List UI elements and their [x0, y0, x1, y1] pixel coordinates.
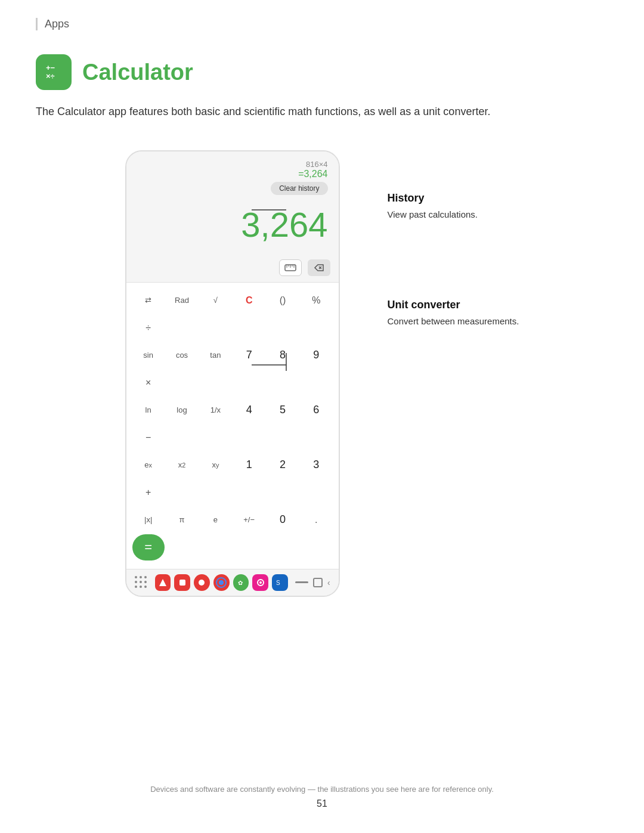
key-exp[interactable]: ex — [132, 452, 165, 478]
key-6[interactable]: 6 — [300, 397, 332, 423]
key-parens[interactable]: () — [267, 287, 299, 314]
unit-converter-annotation: Unit converter Convert between measureme… — [388, 299, 519, 328]
key-3[interactable]: 3 — [300, 452, 332, 478]
page-footer: Devices and software are constantly evol… — [0, 785, 644, 809]
history-expression: 816×4 — [137, 160, 328, 169]
key-abs[interactable]: |x| — [132, 507, 165, 533]
calc-display: 3,264 — [126, 200, 339, 256]
unit-converter-annotation-title: Unit converter — [388, 299, 519, 311]
svg-point-12 — [199, 580, 205, 586]
key-4[interactable]: 4 — [233, 397, 265, 423]
key-euler[interactable]: e — [199, 507, 231, 533]
key-0[interactable]: 0 — [267, 507, 299, 533]
nav-app-5[interactable]: ✿ — [233, 574, 249, 591]
key-log[interactable]: log — [166, 397, 198, 423]
delete-button[interactable] — [308, 259, 330, 276]
calculator-app-icon-svg: +− ×÷ — [44, 62, 64, 82]
svg-point-14 — [219, 580, 224, 585]
nav-app-3[interactable] — [194, 574, 210, 591]
key-ln[interactable]: ln — [132, 397, 165, 423]
key-equals[interactable]: = — [132, 534, 165, 561]
key-cos[interactable]: cos — [166, 342, 198, 368]
key-row-4: ex x2 xy 1 2 3 + — [132, 452, 333, 506]
right-annotations: History View past calculations. Unit con… — [340, 150, 519, 329]
nav-back[interactable]: ‹ — [327, 578, 330, 587]
svg-marker-10 — [159, 579, 166, 586]
key-rad[interactable]: Rad — [166, 287, 198, 314]
key-row-3: ln log 1/x 4 5 6 − — [132, 397, 333, 451]
app-title-section: +− ×÷ Calculator — [36, 54, 608, 90]
key-divide[interactable]: ÷ — [132, 315, 165, 341]
diagram-area: 816×4 =3,264 Clear history 3,264 — [36, 150, 608, 597]
key-toggle[interactable]: ⇄ — [132, 287, 165, 314]
unit-converter-bar — [126, 256, 339, 283]
history-annotation: History View past calculations. — [388, 192, 519, 221]
svg-text:✿: ✿ — [238, 580, 243, 586]
nav-app-6[interactable] — [252, 574, 268, 591]
phone-nav-bar: ✿ S ‹ — [126, 569, 339, 596]
unit-converter-annotation-desc: Convert between measurements. — [388, 314, 519, 328]
nav-app-2[interactable] — [174, 574, 190, 591]
nav-controls: ‹ — [295, 578, 330, 587]
key-reciprocal[interactable]: 1/x — [199, 397, 231, 423]
history-annotation-desc: View past calculations. — [388, 208, 519, 221]
key-sqrt[interactable]: √ — [199, 287, 231, 314]
svg-point-17 — [259, 581, 262, 584]
key-row-1: ⇄ Rad √ C () % ÷ — [132, 287, 333, 341]
key-row-2: sin cos tan 7 8 9 × — [132, 342, 333, 396]
key-2[interactable]: 2 — [267, 452, 299, 478]
key-7[interactable]: 7 — [233, 342, 265, 368]
nav-app-samsung[interactable]: S — [272, 574, 288, 591]
key-power[interactable]: xy — [199, 452, 231, 478]
history-annotation-title: History — [388, 192, 519, 205]
footer-note: Devices and software are constantly evol… — [0, 785, 644, 794]
key-subtract[interactable]: − — [132, 425, 165, 451]
app-title: Calculator — [82, 60, 193, 85]
key-negate[interactable]: +/− — [233, 507, 265, 533]
svg-rect-11 — [179, 580, 185, 586]
phone-mockup: 816×4 =3,264 Clear history 3,264 — [125, 150, 340, 597]
svg-text:+−: +− — [46, 63, 55, 72]
nav-home[interactable] — [313, 578, 323, 587]
svg-text:×÷: ×÷ — [46, 72, 55, 80]
clear-history-button[interactable]: Clear history — [271, 182, 327, 195]
calc-keypad: ⇄ Rad √ C () % ÷ sin cos tan 7 8 9 × — [126, 283, 339, 569]
key-pi[interactable]: π — [166, 507, 198, 533]
nav-recents[interactable] — [295, 581, 308, 583]
key-tan[interactable]: tan — [199, 342, 231, 368]
history-result: =3,264 — [137, 169, 328, 179]
breadcrumb-text: Apps — [45, 18, 69, 30]
display-value: 3,264 — [137, 206, 328, 244]
key-5[interactable]: 5 — [267, 397, 299, 423]
app-icon: +− ×÷ — [36, 54, 72, 90]
key-add[interactable]: + — [132, 479, 165, 506]
svg-text:S: S — [276, 580, 280, 586]
key-row-5: |x| π e +/− 0 . = — [132, 507, 333, 561]
key-clear[interactable]: C — [233, 287, 265, 314]
key-decimal[interactable]: . — [300, 507, 332, 533]
nav-app-1[interactable] — [155, 574, 171, 591]
key-sin[interactable]: sin — [132, 342, 165, 368]
key-square[interactable]: x2 — [166, 452, 198, 478]
calc-history-area: 816×4 =3,264 Clear history — [126, 151, 339, 200]
app-description: The Calculator app features both basic a… — [36, 103, 525, 120]
unit-converter-button[interactable] — [279, 259, 302, 276]
nav-app-chrome[interactable] — [213, 574, 230, 591]
key-multiply[interactable]: × — [132, 370, 165, 396]
nav-apps-grid[interactable] — [135, 576, 148, 589]
key-percent[interactable]: % — [300, 287, 332, 314]
backspace-icon — [314, 264, 324, 272]
ruler-icon — [284, 264, 296, 272]
breadcrumb: Apps — [36, 18, 608, 30]
key-9[interactable]: 9 — [300, 342, 332, 368]
key-8[interactable]: 8 — [267, 342, 299, 368]
page-number: 51 — [0, 798, 644, 809]
key-1[interactable]: 1 — [233, 452, 265, 478]
